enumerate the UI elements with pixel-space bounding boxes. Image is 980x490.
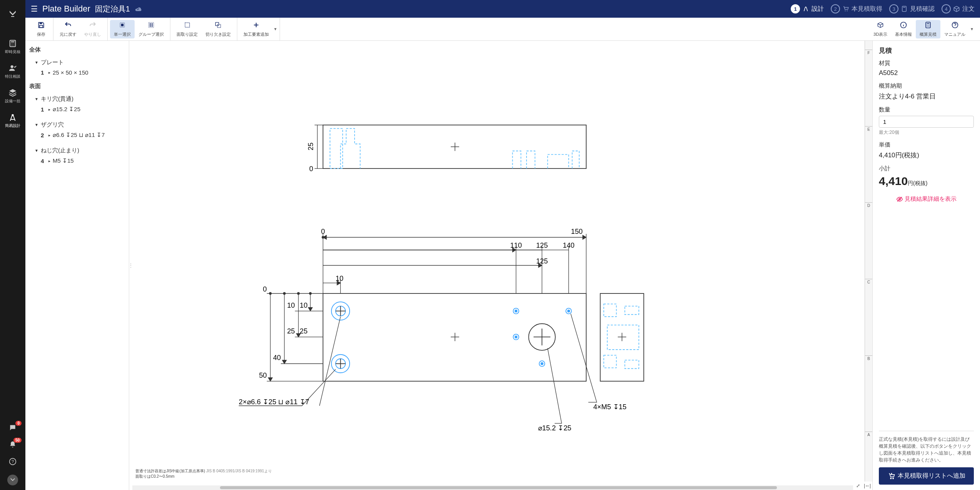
svg-point-5 bbox=[11, 45, 12, 46]
svg-marker-84 bbox=[282, 360, 287, 363]
calculator-icon bbox=[8, 39, 17, 48]
rail-account[interactable] bbox=[0, 470, 25, 490]
group-select-button[interactable]: グループ選択 bbox=[135, 20, 168, 38]
redo-button[interactable]: やり直し bbox=[80, 20, 105, 38]
menu-icon[interactable]: ☰ bbox=[31, 4, 38, 13]
cutout-button[interactable]: 切り欠き設定 bbox=[202, 20, 235, 38]
rail-logo[interactable] bbox=[0, 5, 25, 23]
tree-leaf-tap-1[interactable]: 4 ▸ M5 ↧15 bbox=[29, 156, 125, 166]
design-icon bbox=[802, 5, 809, 12]
rail-chat[interactable]: 0 bbox=[0, 419, 25, 436]
rail-equipment-batch[interactable]: 設備一括 bbox=[0, 84, 25, 108]
rail-help[interactable]: ? bbox=[0, 453, 25, 470]
svg-text:25: 25 bbox=[287, 327, 295, 335]
svg-rect-31 bbox=[927, 23, 930, 24]
horizontal-scrollbar[interactable] bbox=[132, 485, 865, 490]
quantity-input[interactable] bbox=[879, 116, 974, 128]
tree-leaf-drill-1[interactable]: 1 ▸ ⌀15.2 ↧25 bbox=[29, 104, 125, 114]
show-detail-link[interactable]: 見積結果詳細を表示 bbox=[879, 195, 974, 203]
svg-marker-86 bbox=[308, 308, 312, 311]
rail-custom-consult[interactable]: 特注相談 bbox=[0, 59, 25, 84]
svg-rect-27 bbox=[215, 22, 218, 25]
rail-simple-design[interactable]: 簡易設計 bbox=[0, 108, 25, 133]
svg-point-14 bbox=[847, 10, 848, 11]
tree-leaf-plate-1[interactable]: 1 ▸ 25 × 50 × 150 bbox=[29, 68, 125, 77]
svg-rect-25 bbox=[152, 25, 153, 26]
left-rail: 即時見積 特注相談 設備一括 簡易設計 0 50 ? bbox=[0, 0, 25, 490]
svg-point-13 bbox=[845, 10, 845, 11]
tree-leaf-cbore-1[interactable]: 2 ▸ ⌀6.6 ↧25 ⊔ ⌀11 ↧7 bbox=[29, 130, 125, 140]
chat-icon bbox=[9, 424, 17, 432]
rough-estimate-button[interactable]: 概算見積 bbox=[916, 20, 940, 38]
step-quote[interactable]: 2 本見積取得 bbox=[831, 4, 882, 13]
svg-text:0: 0 bbox=[321, 227, 325, 235]
panel-resize-handle[interactable]: ⋮ bbox=[129, 41, 132, 490]
svg-rect-23 bbox=[152, 23, 153, 24]
rail-notif-badge: 50 bbox=[13, 438, 22, 443]
step-design[interactable]: 1 設計 bbox=[791, 4, 824, 13]
material-label: 材質 bbox=[879, 60, 974, 67]
step-order[interactable]: 4 注文 bbox=[942, 4, 975, 13]
save-button[interactable]: 保存 bbox=[32, 20, 51, 38]
vertical-ruler: F E D C B A bbox=[865, 41, 872, 490]
svg-text:150: 150 bbox=[571, 227, 583, 235]
header: ☰ Plate Builder 固定治具1 1 設計 2 本見積取得 bbox=[25, 0, 980, 18]
svg-point-87 bbox=[269, 292, 271, 294]
svg-marker-83 bbox=[268, 378, 272, 381]
info-icon bbox=[900, 21, 907, 31]
estimate-icon bbox=[924, 21, 932, 31]
feature-tree: 全体 ▼ プレート 1 ▸ 25 × 50 × 150 表面 ▼ bbox=[25, 41, 129, 490]
svg-marker-52 bbox=[583, 235, 586, 240]
undo-button[interactable]: 元に戻す bbox=[56, 20, 80, 38]
rail-notifications[interactable]: 50 bbox=[0, 436, 25, 453]
subtotal-value: 4,410円(税抜) bbox=[879, 175, 974, 188]
person-check-icon bbox=[8, 64, 17, 72]
save-icon bbox=[37, 21, 45, 31]
chevron-down-icon[interactable]: ▼ bbox=[273, 27, 277, 31]
zoom-width-button[interactable]: |↔| bbox=[863, 482, 872, 489]
svg-text:125: 125 bbox=[536, 241, 548, 249]
material-value: A5052 bbox=[879, 69, 974, 77]
add-to-quote-list-button[interactable]: 本見積取得リストへ追加 bbox=[879, 467, 974, 485]
group-select-icon bbox=[147, 21, 155, 31]
svg-point-90 bbox=[309, 292, 311, 294]
rail-instant-quote[interactable]: 即時見積 bbox=[0, 35, 25, 59]
tree-node-cbore[interactable]: ▼ ザグリ穴 bbox=[29, 120, 125, 130]
svg-point-110 bbox=[515, 310, 517, 312]
svg-point-32 bbox=[927, 25, 928, 25]
drawing-canvas[interactable]: 25 0 bbox=[132, 41, 865, 490]
subtotal-label: 小計 bbox=[879, 165, 974, 172]
svg-point-8 bbox=[11, 65, 13, 68]
manual-button[interactable]: マニュアル bbox=[940, 20, 969, 38]
svg-rect-24 bbox=[150, 25, 151, 26]
step-confirm[interactable]: 3 見積確認 bbox=[889, 4, 935, 13]
chamfer-button[interactable]: 面取り設定 bbox=[173, 20, 202, 38]
single-select-button[interactable]: 単一選択 bbox=[110, 20, 135, 38]
svg-rect-21 bbox=[148, 22, 153, 27]
help-circle-icon bbox=[951, 21, 959, 31]
add-feature-button[interactable]: 加工要素追加 bbox=[240, 20, 273, 38]
svg-text:?: ? bbox=[12, 459, 14, 464]
layers-icon bbox=[8, 88, 17, 97]
basic-info-button[interactable]: 基本情報 bbox=[891, 20, 916, 38]
calc-icon bbox=[901, 5, 908, 12]
estimate-title: 見積 bbox=[879, 46, 974, 55]
avatar bbox=[7, 475, 18, 485]
svg-text:25: 25 bbox=[307, 143, 315, 150]
caret-down-icon: ▼ bbox=[35, 148, 38, 153]
cloud-saved-icon bbox=[135, 5, 142, 13]
svg-point-116 bbox=[541, 362, 543, 365]
chevron-down-icon[interactable]: ▼ bbox=[969, 27, 974, 31]
leadtime-label: 概算納期 bbox=[879, 82, 974, 90]
tree-node-drill[interactable]: ▼ キリ穴(貫通) bbox=[29, 94, 125, 104]
tree-node-tap[interactable]: ▼ ねじ穴(止まり) bbox=[29, 145, 125, 156]
zoom-fit-button[interactable]: ⤢ bbox=[854, 482, 862, 489]
svg-rect-26 bbox=[185, 23, 190, 27]
svg-text:25: 25 bbox=[300, 327, 307, 335]
undo-icon bbox=[64, 21, 72, 31]
svg-text:125: 125 bbox=[536, 257, 548, 265]
tree-node-plate[interactable]: ▼ プレート bbox=[29, 57, 125, 68]
svg-text:0: 0 bbox=[263, 285, 267, 293]
toolbar: 保存 元に戻す やり直し bbox=[25, 18, 980, 41]
view-3d-button[interactable]: 3D表示 bbox=[870, 20, 891, 38]
